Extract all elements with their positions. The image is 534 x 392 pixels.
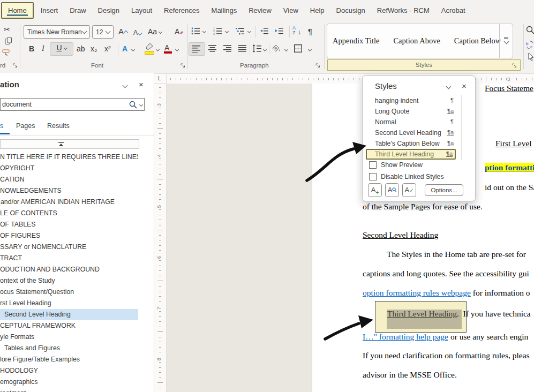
hyperlink[interactable]: I…" formatting help page — [363, 332, 448, 341]
nav-item[interactable]: ODUCTION AND BACKGROUND — [0, 264, 138, 275]
nav-item[interactable]: and/or AMERICAN INDIAN HERITAGE — [0, 197, 138, 208]
tab-pages[interactable]: Pages — [16, 122, 35, 130]
paragraph-dialog-launcher-icon[interactable] — [315, 63, 321, 69]
ribbon-tab-docusign[interactable]: Docusign — [330, 2, 371, 19]
tab-headings[interactable]: s — [0, 122, 3, 130]
nav-item[interactable]: lore Figure/Table Examples — [0, 354, 138, 365]
nav-item[interactable]: rst Level Heading — [0, 298, 138, 309]
nav-item[interactable]: emographics — [0, 376, 138, 388]
align-left-button[interactable] — [189, 42, 205, 56]
disable-linked-styles-checkbox[interactable]: Disable Linked Styles — [369, 173, 444, 180]
find-icon[interactable] — [526, 26, 534, 34]
chevron-down-icon[interactable] — [202, 29, 206, 33]
replace-icon[interactable]: bc — [526, 41, 534, 49]
nav-item[interactable]: CEPTUAL FRAMEWORK — [0, 320, 138, 331]
gallery-style-appendix-title[interactable]: Appendix Title — [333, 36, 379, 46]
font-dialog-launcher-icon[interactable] — [180, 63, 186, 69]
change-case-button[interactable]: Aa — [148, 27, 162, 36]
ribbon-tab-refworks-rcm[interactable]: RefWorks - RCM — [371, 2, 435, 19]
strikethrough-button[interactable]: ab — [77, 44, 85, 54]
subscript-button[interactable]: x₂ — [91, 44, 97, 54]
ribbon-tab-layout[interactable]: Layout — [125, 2, 158, 19]
tab-results[interactable]: Results — [47, 122, 70, 130]
show-paragraph-marks-button[interactable]: ¶ — [308, 27, 312, 36]
new-style-button[interactable]: A+ — [368, 183, 382, 197]
nav-item[interactable]: N TITLE HERE IF IT REQUIRES THREE LINES.… — [0, 152, 138, 163]
line-spacing-button[interactable] — [252, 44, 261, 52]
ribbon-tab-help[interactable]: Help — [304, 2, 330, 19]
style-item[interactable]: Table's Caption Below¶a — [366, 138, 456, 149]
nav-item[interactable]: CATION — [0, 174, 138, 185]
align-right-button[interactable] — [223, 45, 232, 52]
chevron-down-icon[interactable] — [308, 48, 312, 51]
ribbon-tab-mailings[interactable]: Mailings — [206, 2, 243, 19]
nav-item[interactable]: TRACT — [0, 253, 138, 264]
nav-item[interactable]: OPYRIGHT — [0, 163, 138, 174]
chevron-down-icon[interactable] — [175, 48, 179, 51]
styles-gallery-more-button[interactable] — [499, 24, 513, 58]
nav-item[interactable]: NOWLEDGEMENTS — [0, 185, 138, 197]
search-icon[interactable] — [129, 101, 137, 109]
select-icon[interactable] — [528, 52, 534, 61]
clipboard-dialog-launcher-icon[interactable] — [12, 63, 19, 69]
nav-item[interactable]: Tables and Figures — [0, 343, 138, 354]
horizontal-ruler[interactable]: 3 — [167, 74, 534, 84]
doc-text-line[interactable]: ption formatting — [485, 162, 534, 172]
cut-icon[interactable]: ✂ — [4, 25, 10, 34]
doc-text-line[interactable]: Focus Stateme — [485, 83, 533, 93]
scrollbar[interactable] — [461, 95, 462, 160]
underline-button[interactable]: U — [50, 42, 73, 56]
format-painter-icon[interactable] — [2, 49, 11, 57]
shading-button[interactable] — [272, 44, 282, 52]
ribbon-tab-draw[interactable]: Draw — [64, 2, 92, 19]
hyperlink[interactable]: ption formatting — [485, 163, 534, 172]
style-item[interactable]: Long Quote¶a — [366, 106, 456, 117]
borders-button[interactable] — [294, 44, 302, 52]
align-center-button[interactable] — [208, 45, 217, 52]
bold-button[interactable]: B — [29, 44, 34, 54]
chevron-down-icon[interactable] — [263, 48, 267, 51]
ribbon-tab-design[interactable]: Design — [92, 2, 125, 19]
doc-text-line[interactable]: Third Level Heading. If you have technic… — [387, 308, 531, 319]
chevron-down-icon[interactable] — [446, 84, 452, 89]
hyperlink[interactable]: option formatting rules webpage — [363, 288, 471, 297]
doc-text-line[interactable]: I…" formatting help page or use any sear… — [363, 331, 528, 342]
style-item[interactable]: hanging-indent¶ — [366, 95, 456, 106]
manage-styles-button[interactable]: A✓ — [402, 183, 416, 197]
ribbon-tab-home[interactable]: Home — [1, 2, 34, 19]
increase-indent-button[interactable] — [275, 27, 284, 35]
doc-text-line[interactable]: of the Sample Pages for ease of use. — [363, 201, 483, 212]
copy-icon[interactable] — [5, 37, 12, 45]
text-highlight-button[interactable] — [145, 43, 153, 50]
ribbon-tab-acrobat[interactable]: Acrobat — [435, 2, 471, 19]
shrink-font-button[interactable]: A — [133, 28, 141, 37]
chevron-down-icon[interactable] — [156, 48, 160, 51]
doc-text-line[interactable]: option formatting rules webpage for info… — [363, 288, 530, 298]
chevron-down-icon[interactable] — [131, 48, 135, 51]
bullets-button[interactable] — [191, 27, 200, 35]
italic-button[interactable]: I — [42, 44, 44, 54]
gallery-style-caption-above[interactable]: Caption Above — [393, 36, 440, 46]
ribbon-tab-insert[interactable]: Insert — [35, 2, 64, 19]
doc-text-line[interactable]: First Level — [495, 138, 532, 148]
doc-text-line[interactable]: The Styles in the Home tab are pre-set f… — [387, 249, 526, 259]
nav-item[interactable]: LE OF CONTENTS — [0, 208, 138, 219]
ribbon-tab-view[interactable]: View — [277, 2, 304, 19]
style-inspector-button[interactable]: A — [385, 183, 399, 197]
justify-button[interactable] — [238, 45, 247, 52]
decrease-indent-button[interactable] — [260, 27, 269, 35]
multilevel-list-button[interactable] — [236, 27, 245, 35]
style-item[interactable]: Normal¶ — [366, 117, 456, 127]
style-item[interactable]: Second Level Heading¶a — [366, 127, 456, 138]
chevron-down-icon[interactable] — [139, 103, 143, 107]
nav-item[interactable]: yle Formats — [0, 331, 138, 343]
superscript-button[interactable]: x² — [104, 44, 111, 54]
grow-font-button[interactable]: A — [118, 27, 127, 36]
ribbon-tab-review[interactable]: Review — [243, 2, 277, 19]
chevron-down-icon[interactable] — [123, 83, 128, 88]
styles-dialog-launcher-icon[interactable] — [512, 63, 518, 69]
text-effects-button[interactable]: A — [122, 44, 127, 54]
nav-item[interactable]: HODOLOGY — [0, 365, 138, 376]
doc-text-line[interactable]: id out on the San — [485, 182, 534, 192]
nav-item[interactable]: OF TABLES — [0, 219, 138, 230]
